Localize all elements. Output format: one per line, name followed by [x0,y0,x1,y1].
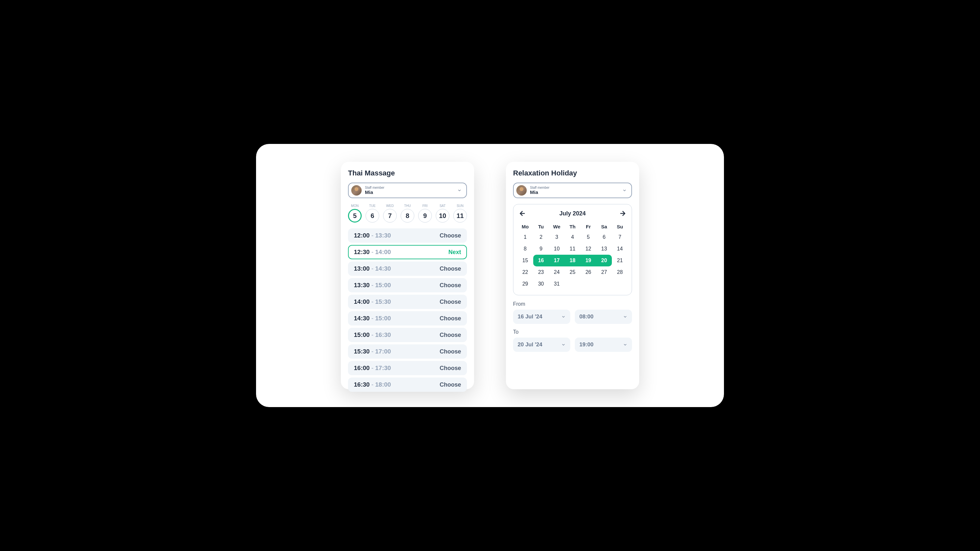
day-number[interactable]: 10 [436,209,449,222]
from-date-value: 16 Jul '24 [518,313,542,320]
calendar-day[interactable]: 8 [517,243,533,255]
slots-list: 12:00 - 13:30Choose12:30 - 14:00Next13:0… [348,229,467,392]
calendar-day[interactable]: 4 [565,231,581,243]
time-slot[interactable]: 12:00 - 13:30Choose [348,229,467,243]
day-column: FRI9 [418,204,432,222]
from-row: 16 Jul '24 08:00 [513,310,632,324]
calendar-header: July 2024 [517,210,628,218]
calendar-day[interactable]: 11 [565,243,581,255]
calendar-day[interactable]: 24 [549,267,565,278]
calendar-day[interactable]: 7 [612,231,628,243]
slot-time: 16:00 - 17:30 [354,365,391,372]
calendar-day[interactable]: 18 [565,255,581,267]
calendar-day[interactable]: 22 [517,267,533,278]
slot-action: Choose [440,232,461,239]
time-slot[interactable]: 13:00 - 14:30Choose [348,262,467,276]
day-column: TUE6 [366,204,379,222]
calendar-day [612,278,628,290]
chevron-down-icon [623,314,627,319]
slot-action: Choose [440,265,461,272]
card-thai-massage: Thai Massage Staff member Mia MON5TUE6WE… [341,162,474,389]
day-column: SAT10 [436,204,449,222]
from-time-picker[interactable]: 08:00 [575,310,632,324]
time-slot[interactable]: 14:30 - 15:00Choose [348,311,467,326]
time-slot[interactable]: 14:00 - 15:30Choose [348,295,467,309]
slot-time: 13:00 - 14:30 [354,265,391,272]
time-slot[interactable]: 13:30 - 15:00Choose [348,278,467,292]
calendar-day[interactable]: 16 [533,255,549,267]
day-column: WED7 [383,204,397,222]
day-number[interactable]: 8 [401,209,414,222]
day-number[interactable]: 11 [453,209,467,222]
slot-time: 13:30 - 15:00 [354,282,391,289]
from-label: From [513,301,632,307]
calendar-day[interactable]: 23 [533,267,549,278]
calendar-day[interactable]: 26 [580,267,596,278]
staff-info: Staff member Mia [365,186,454,195]
day-number[interactable]: 9 [418,209,432,222]
calendar-day[interactable]: 17 [549,255,565,267]
calendar-day[interactable]: 19 [580,255,596,267]
staff-name: Mia [365,189,454,195]
calendar-day[interactable]: 9 [533,243,549,255]
staff-selector[interactable]: Staff member Mia [348,183,467,198]
to-time-value: 19:00 [579,341,593,348]
day-label: TUE [369,204,375,208]
calendar-day[interactable]: 5 [580,231,596,243]
calendar-day[interactable]: 28 [612,267,628,278]
staff-label: Staff member [365,186,454,189]
to-date-value: 20 Jul '24 [518,341,542,348]
calendar-day [596,278,612,290]
time-slot[interactable]: 12:30 - 14:00Next [348,245,467,259]
day-label: MON [351,204,358,208]
calendar-day-header: Mo [517,222,533,231]
day-label: SUN [457,204,463,208]
calendar-day[interactable]: 3 [549,231,565,243]
chevron-down-icon [561,314,566,319]
from-date-picker[interactable]: 16 Jul '24 [513,310,570,324]
day-label: WED [386,204,393,208]
calendar-day[interactable]: 31 [549,278,565,290]
day-column: THU8 [401,204,414,222]
time-slot[interactable]: 15:00 - 16:30Choose [348,328,467,342]
day-number[interactable]: 7 [383,209,397,222]
slot-action: Choose [440,315,461,322]
day-label: THU [404,204,411,208]
calendar-day[interactable]: 10 [549,243,565,255]
to-label: To [513,329,632,335]
calendar-day[interactable]: 12 [580,243,596,255]
days-row: MON5TUE6WED7THU8FRI9SAT10SUN11 [348,204,467,222]
calendar-day[interactable]: 20 [596,255,612,267]
canvas: Thai Massage Staff member Mia MON5TUE6WE… [256,144,724,407]
time-slot[interactable]: 16:00 - 17:30Choose [348,361,467,375]
chevron-down-icon [457,188,462,193]
to-date-picker[interactable]: 20 Jul '24 [513,338,570,352]
day-label: FRI [422,204,428,208]
day-number[interactable]: 6 [366,209,379,222]
calendar-day[interactable]: 30 [533,278,549,290]
time-slot[interactable]: 15:30 - 17:00Choose [348,345,467,359]
calendar-day[interactable]: 15 [517,255,533,267]
slot-action: Choose [440,332,461,338]
time-slot[interactable]: 16:30 - 18:00Choose [348,378,467,392]
calendar-day[interactable]: 25 [565,267,581,278]
day-number[interactable]: 5 [348,209,362,222]
calendar-day[interactable]: 6 [596,231,612,243]
chevron-down-icon [622,188,627,193]
calendar-day[interactable]: 14 [612,243,628,255]
calendar-grid: MoTuWeThFrSaSu12345678910111213141516171… [517,222,628,290]
calendar-day[interactable]: 13 [596,243,612,255]
chevron-down-icon [623,342,627,347]
slot-action: Choose [440,282,461,289]
to-time-picker[interactable]: 19:00 [575,338,632,352]
staff-name: Mia [530,189,619,195]
arrow-left-icon[interactable] [519,210,527,218]
arrow-right-icon[interactable] [619,210,627,218]
chevron-down-icon [561,342,566,347]
calendar-day[interactable]: 29 [517,278,533,290]
calendar-day[interactable]: 27 [596,267,612,278]
calendar-day[interactable]: 1 [517,231,533,243]
staff-selector[interactable]: Staff member Mia [513,183,632,198]
calendar-day[interactable]: 21 [612,255,628,267]
calendar-day[interactable]: 2 [533,231,549,243]
